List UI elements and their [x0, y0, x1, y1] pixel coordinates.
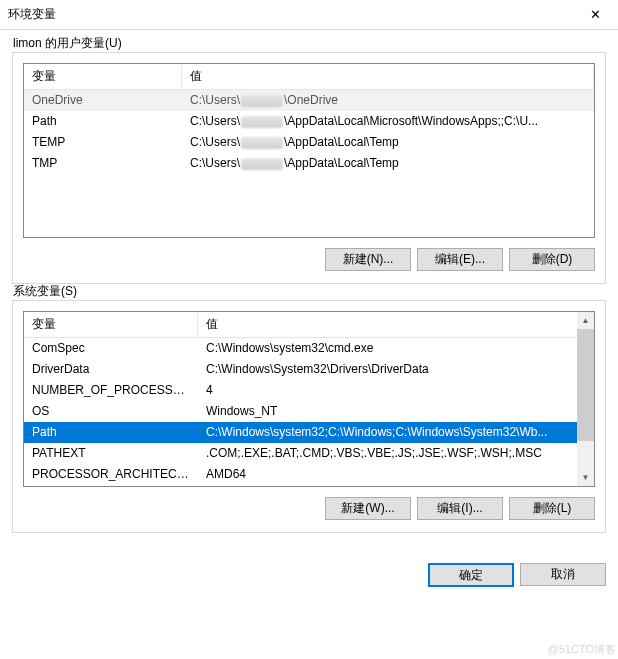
var-value-cell: C:\Windows\system32;C:\Windows;C:\Window… [198, 422, 594, 443]
scrollbar-track[interactable] [577, 329, 594, 469]
var-value-cell: C:\Windows\system32\cmd.exe [198, 338, 594, 359]
table-row[interactable]: OSWindows_NT [24, 401, 594, 422]
table-row[interactable]: PATHEXT.COM;.EXE;.BAT;.CMD;.VBS;.VBE;.JS… [24, 443, 594, 464]
var-value-cell: C:\Windows\System32\Drivers\DriverData [198, 359, 594, 380]
var-value-cell: Windows_NT [198, 401, 594, 422]
table-row[interactable]: OneDriveC:\Users\\OneDrive [24, 90, 594, 111]
user-col-variable[interactable]: 变量 [24, 64, 182, 90]
system-variables-legend: 系统变量(S) [13, 283, 77, 300]
user-variables-table: 变量 值 OneDriveC:\Users\\OneDrivePathC:\Us… [24, 64, 594, 174]
system-variables-table: 变量 值 ComSpecC:\Windows\system32\cmd.exeD… [24, 312, 594, 485]
table-row[interactable]: NUMBER_OF_PROCESSORS4 [24, 380, 594, 401]
system-buttons-row: 新建(W)... 编辑(I)... 删除(L) [23, 497, 595, 520]
sys-col-value[interactable]: 值 [198, 312, 594, 338]
var-name-cell: NUMBER_OF_PROCESSORS [24, 380, 198, 401]
table-row[interactable]: TEMPC:\Users\\AppData\Local\Temp [24, 132, 594, 153]
dialog-content: limon 的用户变量(U) 变量 值 OneDriveC:\Users\\On… [0, 30, 618, 559]
close-icon: ✕ [590, 7, 601, 22]
var-value-cell: C:\Users\\AppData\Local\Temp [182, 132, 594, 153]
dialog-footer: 确定 取消 [0, 559, 618, 597]
table-row[interactable]: ComSpecC:\Windows\system32\cmd.exe [24, 338, 594, 359]
var-value-cell: AMD64 [198, 464, 594, 485]
table-row[interactable]: TMPC:\Users\\AppData\Local\Temp [24, 153, 594, 174]
user-delete-button[interactable]: 删除(D) [509, 248, 595, 271]
var-name-cell: DriverData [24, 359, 198, 380]
user-new-button[interactable]: 新建(N)... [325, 248, 411, 271]
system-new-button[interactable]: 新建(W)... [325, 497, 411, 520]
system-variables-group: 系统变量(S) 变量 值 ComSpecC:\Windows\system32\… [12, 300, 606, 533]
cancel-button[interactable]: 取消 [520, 563, 606, 586]
table-row[interactable]: PathC:\Windows\system32;C:\Windows;C:\Wi… [24, 422, 594, 443]
scroll-up-icon[interactable]: ▲ [577, 312, 594, 329]
var-value-cell: .COM;.EXE;.BAT;.CMD;.VBS;.VBE;.JS;.JSE;.… [198, 443, 594, 464]
var-name-cell: PROCESSOR_ARCHITECT... [24, 464, 198, 485]
redacted-username [241, 95, 283, 107]
close-button[interactable]: ✕ [573, 0, 618, 29]
redacted-username [241, 158, 283, 170]
system-delete-button[interactable]: 删除(L) [509, 497, 595, 520]
user-variables-legend: limon 的用户变量(U) [13, 35, 122, 52]
table-row[interactable]: DriverDataC:\Windows\System32\Drivers\Dr… [24, 359, 594, 380]
system-variables-table-container: 变量 值 ComSpecC:\Windows\system32\cmd.exeD… [23, 311, 595, 487]
table-row[interactable]: PROCESSOR_ARCHITECT...AMD64 [24, 464, 594, 485]
scrollbar-thumb[interactable] [577, 329, 594, 441]
user-edit-button[interactable]: 编辑(E)... [417, 248, 503, 271]
watermark-text: @51CTO博客 [548, 642, 616, 657]
var-value-cell: C:\Users\\AppData\Local\Microsoft\Window… [182, 111, 594, 132]
var-name-cell: PATHEXT [24, 443, 198, 464]
var-name-cell: Path [24, 111, 182, 132]
var-value-cell: C:\Users\\AppData\Local\Temp [182, 153, 594, 174]
user-variables-group: limon 的用户变量(U) 变量 值 OneDriveC:\Users\\On… [12, 52, 606, 284]
user-col-value[interactable]: 值 [182, 64, 594, 90]
table-row[interactable]: PathC:\Users\\AppData\Local\Microsoft\Wi… [24, 111, 594, 132]
window-titlebar: 环境变量 ✕ [0, 0, 618, 30]
var-value-cell: C:\Users\\OneDrive [182, 90, 594, 111]
system-scrollbar[interactable]: ▲ ▼ [577, 312, 594, 486]
redacted-username [241, 116, 283, 128]
user-variables-table-container: 变量 值 OneDriveC:\Users\\OneDrivePathC:\Us… [23, 63, 595, 238]
system-edit-button[interactable]: 编辑(I)... [417, 497, 503, 520]
scroll-down-icon[interactable]: ▼ [577, 469, 594, 486]
ok-button[interactable]: 确定 [428, 563, 514, 587]
var-name-cell: OneDrive [24, 90, 182, 111]
var-name-cell: OS [24, 401, 198, 422]
var-value-cell: 4 [198, 380, 594, 401]
redacted-username [241, 137, 283, 149]
window-title: 环境变量 [8, 6, 573, 23]
var-name-cell: TEMP [24, 132, 182, 153]
var-name-cell: Path [24, 422, 198, 443]
user-buttons-row: 新建(N)... 编辑(E)... 删除(D) [23, 248, 595, 271]
sys-col-variable[interactable]: 变量 [24, 312, 198, 338]
var-name-cell: ComSpec [24, 338, 198, 359]
var-name-cell: TMP [24, 153, 182, 174]
